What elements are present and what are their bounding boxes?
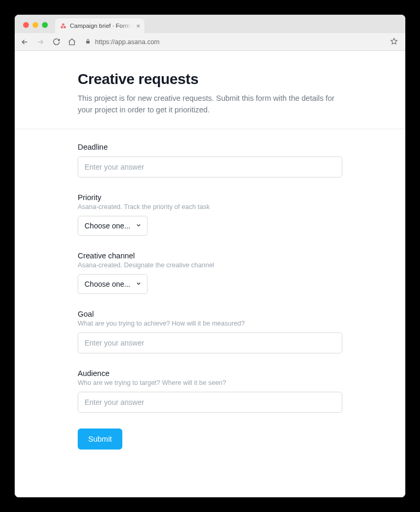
url-text: https://app.asana.com	[95, 38, 160, 46]
channel-selected-value: Choose one...	[85, 280, 130, 288]
audience-input[interactable]	[78, 392, 342, 413]
tab-title: Campaign brief · Form by Asana	[70, 23, 133, 29]
field-goal: Goal What are you trying to achieve? How…	[78, 310, 342, 353]
chevron-down-icon	[135, 222, 142, 230]
svg-point-0	[62, 23, 65, 26]
field-channel: Creative channel Asana-created. Designat…	[78, 252, 342, 294]
close-window-button[interactable]	[23, 22, 29, 28]
svg-point-2	[63, 26, 66, 28]
page-content: Creative requests This project is for ne…	[15, 51, 405, 497]
close-tab-icon[interactable]: ×	[136, 23, 140, 29]
field-priority: Priority Asana-created. Track the priori…	[78, 193, 342, 236]
maximize-window-button[interactable]	[42, 22, 48, 28]
svg-rect-3	[86, 41, 89, 44]
forward-icon[interactable]	[36, 37, 45, 47]
deadline-input[interactable]	[78, 156, 342, 177]
window-controls	[20, 22, 52, 33]
form-description: This project is for new creative request…	[78, 93, 342, 116]
svg-point-1	[60, 26, 63, 28]
lock-icon	[85, 38, 91, 46]
priority-selected-value: Choose one...	[85, 222, 130, 230]
browser-window: Campaign brief · Form by Asana × https:/…	[15, 15, 405, 497]
field-help-priority: Asana-created. Track the priority of eac…	[78, 203, 342, 211]
field-audience: Audience Who are we trying to target? Wh…	[78, 369, 342, 413]
tab-strip: Campaign brief · Form by Asana ×	[15, 15, 405, 33]
field-label-goal: Goal	[78, 310, 342, 318]
form-body: Deadline Priority Asana-created. Track t…	[15, 129, 405, 471]
channel-select[interactable]: Choose one...	[78, 274, 148, 294]
field-help-goal: What are you trying to achieve? How will…	[78, 320, 342, 327]
minimize-window-button[interactable]	[33, 22, 38, 28]
field-label-priority: Priority	[78, 193, 342, 202]
goal-input[interactable]	[78, 332, 342, 353]
bookmark-star-icon[interactable]	[390, 37, 400, 47]
field-label-audience: Audience	[78, 369, 342, 378]
home-icon[interactable]	[67, 37, 77, 47]
submit-button[interactable]: Submit	[78, 429, 122, 450]
browser-tab[interactable]: Campaign brief · Form by Asana ×	[55, 18, 144, 33]
address-bar: https://app.asana.com	[15, 33, 405, 51]
field-help-audience: Who are we trying to target? Where will …	[78, 379, 342, 386]
url-field[interactable]: https://app.asana.com	[83, 38, 384, 46]
svg-marker-4	[391, 38, 397, 44]
back-icon[interactable]	[20, 37, 29, 47]
field-label-channel: Creative channel	[78, 252, 342, 260]
page-title: Creative requests	[78, 71, 342, 88]
form-header: Creative requests This project is for ne…	[15, 51, 405, 129]
priority-select[interactable]: Choose one...	[78, 216, 148, 236]
reload-icon[interactable]	[51, 37, 61, 47]
asana-favicon-icon	[59, 22, 67, 29]
chevron-down-icon	[135, 280, 142, 288]
field-label-deadline: Deadline	[78, 143, 342, 151]
field-deadline: Deadline	[78, 143, 342, 177]
field-help-channel: Asana-created. Designate the creative ch…	[78, 262, 342, 269]
